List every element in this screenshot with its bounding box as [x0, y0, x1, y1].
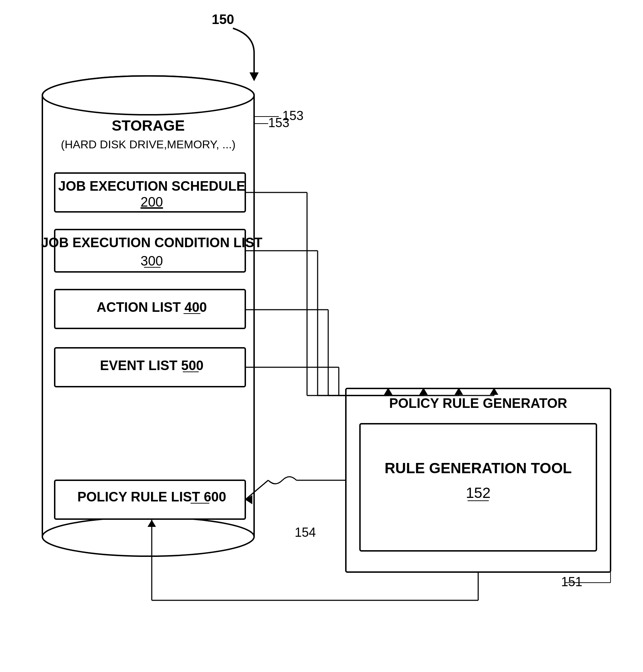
rule-generation-tool-ref: 152: [466, 484, 491, 501]
job-execution-condition-list-label: JOB EXECUTION CONDITION LIST: [41, 235, 262, 250]
policy-rule-generator-label: POLICY RULE GENERATOR: [389, 396, 567, 411]
policy-rule-list-label: POLICY RULE LIST 600: [77, 489, 226, 504]
ref-153-label: 153: [282, 108, 304, 123]
action-list-label: ACTION LIST 400: [97, 300, 207, 315]
storage-sublabel: (HARD DISK DRIVE,MEMORY, ...): [61, 138, 236, 151]
svg-point-5: [42, 517, 254, 556]
svg-point-6: [42, 76, 254, 115]
storage-label: STORAGE: [112, 117, 185, 134]
job-execution-schedule-label: JOB EXECUTION SCHEDULE: [58, 179, 245, 194]
event-list-label: EVENT LIST 500: [100, 358, 204, 373]
svg-marker-0: [250, 72, 259, 81]
job-execution-schedule-ref: 200: [140, 195, 163, 209]
arrow-top-ref-label: 150: [212, 12, 234, 27]
job-execution-condition-list-ref: 300: [140, 254, 163, 268]
outer-box-ref-label: 151: [561, 575, 582, 589]
rule-generation-tool-label: RULE GENERATION TOOL: [385, 460, 572, 476]
arrow-bottom-ref-label: 154: [295, 525, 316, 540]
diagram: 150 STORAGE (HARD DISK DRIVE,MEMORY, ...…: [0, 0, 643, 672]
